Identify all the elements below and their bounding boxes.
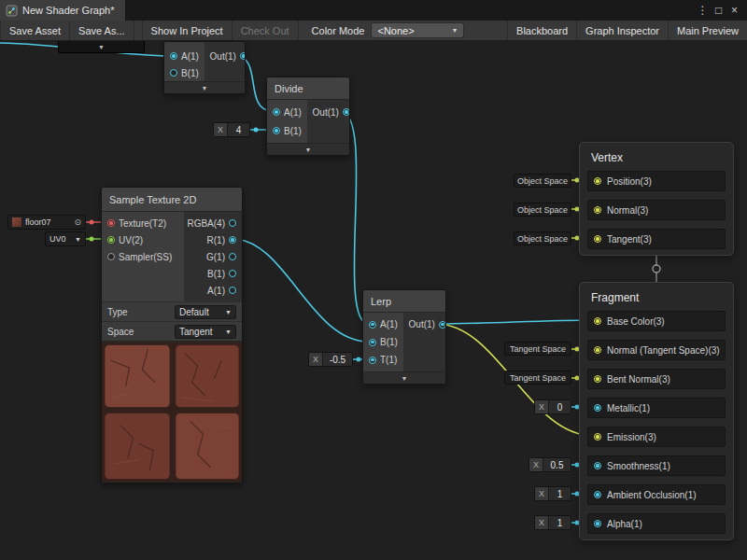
port-tangent-icon[interactable]: [594, 235, 601, 243]
port-a-icon[interactable]: [170, 52, 177, 60]
port-row-uv[interactable]: UV(2): [102, 231, 184, 248]
port-uv-icon[interactable]: [107, 236, 115, 244]
vertex-row-position[interactable]: Position(3): [587, 171, 726, 191]
divide-b-default-input[interactable]: X 4: [213, 122, 250, 137]
maximize-icon[interactable]: □: [711, 0, 726, 21]
x-value[interactable]: 4: [228, 123, 249, 136]
port-out-icon[interactable]: [240, 52, 246, 60]
port-alpha-icon[interactable]: [594, 520, 601, 527]
port-row-out[interactable]: Out(1): [204, 48, 246, 64]
main-preview-toggle-button[interactable]: Main Preview: [668, 21, 747, 40]
alpha-default-input[interactable]: X 1: [534, 515, 571, 530]
save-as-button[interactable]: Save As...: [70, 21, 134, 40]
node-divide[interactable]: Divide A(1) B(1) Out(1) ▼: [266, 77, 350, 156]
ambient-occlusion-default-input[interactable]: X 1: [534, 486, 571, 501]
bent-normal-space-chip[interactable]: Tangent Space: [504, 371, 571, 385]
collapse-toggle[interactable]: ▼: [267, 143, 349, 155]
fragment-row-bent-normal[interactable]: Bent Normal(3): [587, 369, 726, 389]
frag-normal-space-chip[interactable]: Tangent Space: [504, 342, 571, 356]
port-row-out[interactable]: Out(1): [307, 103, 350, 121]
port-a-icon[interactable]: [229, 287, 236, 294]
x-value[interactable]: -0.5: [323, 353, 352, 366]
fragment-row-ambient-occlusion[interactable]: Ambient Occlusion(1): [587, 484, 726, 505]
graph-inspector-toggle-button[interactable]: Graph Inspector: [576, 21, 668, 40]
vertex-row-normal[interactable]: Normal(3): [587, 200, 726, 220]
port-row-a[interactable]: A(1): [164, 48, 204, 64]
node-title[interactable]: Lerp: [363, 290, 445, 313]
node-title[interactable]: Divide: [267, 77, 349, 100]
port-row-sampler[interactable]: Sampler(SS): [102, 248, 184, 265]
space-dropdown[interactable]: Tangent ▼: [175, 325, 236, 339]
fragment-row-base-color[interactable]: Base Color(3): [587, 311, 726, 331]
fragment-row-metallic[interactable]: Metallic(1): [587, 398, 726, 418]
port-row-b[interactable]: B(1): [184, 265, 242, 282]
port-metallic-icon[interactable]: [594, 404, 601, 412]
port-row-a[interactable]: A(1): [184, 282, 242, 299]
collapsed-node-footer[interactable]: ▼: [58, 41, 145, 53]
port-row-g[interactable]: G(1): [184, 248, 242, 265]
port-ao-icon[interactable]: [594, 491, 601, 498]
port-row-a[interactable]: A(1): [363, 315, 403, 333]
port-b-icon[interactable]: [170, 69, 177, 77]
collapse-toggle[interactable]: ▼: [164, 81, 245, 93]
node-partial-top[interactable]: A(1) B(1) Out(1) ▼: [163, 41, 246, 94]
port-out-icon[interactable]: [439, 321, 446, 329]
port-b-icon[interactable]: [273, 127, 280, 134]
port-normal-ts-icon[interactable]: [594, 346, 601, 354]
type-dropdown[interactable]: Default ▼: [175, 305, 236, 319]
metallic-default-input[interactable]: X 0: [534, 399, 571, 414]
blackboard-toggle-button[interactable]: Blackboard: [507, 21, 576, 40]
color-mode-dropdown[interactable]: <None> ▼: [371, 22, 464, 38]
port-row-rgba[interactable]: RGBA(4): [184, 215, 242, 231]
object-picker-icon[interactable]: ⊙: [74, 217, 81, 227]
save-asset-button[interactable]: Save Asset: [0, 21, 70, 40]
port-a-icon[interactable]: [369, 321, 376, 329]
port-a-icon[interactable]: [273, 108, 280, 116]
port-emission-icon[interactable]: [594, 433, 601, 441]
fragment-row-emission[interactable]: Emission(3): [587, 427, 726, 447]
port-smoothness-icon[interactable]: [594, 462, 601, 469]
texture-asset-field[interactable]: floor07 ⊙: [7, 215, 86, 230]
graph-tab[interactable]: New Shader Graph*: [0, 0, 126, 21]
menu-icon[interactable]: ⋮: [695, 0, 711, 21]
port-sampler-icon[interactable]: [107, 253, 115, 260]
lerp-t-default-input[interactable]: X -0.5: [308, 352, 353, 367]
node-title[interactable]: Sample Texture 2D: [102, 188, 242, 212]
show-in-project-button[interactable]: Show In Project: [142, 21, 233, 40]
port-position-icon[interactable]: [594, 177, 601, 185]
x-value[interactable]: 1: [549, 516, 571, 529]
uv-channel-dropdown[interactable]: UV0 ▼: [45, 231, 86, 246]
port-b-icon[interactable]: [229, 270, 236, 277]
node-sample-texture-2d[interactable]: Sample Texture 2D Texture(T2) UV(2) Samp…: [101, 187, 243, 483]
port-bent-normal-icon[interactable]: [594, 375, 601, 383]
port-normal-icon[interactable]: [594, 206, 601, 214]
port-t-icon[interactable]: [369, 357, 376, 364]
fragment-block[interactable]: Fragment Base Color(3) Normal (Tangent S…: [579, 282, 734, 540]
port-texture-icon[interactable]: [107, 219, 115, 227]
x-value[interactable]: 0: [549, 400, 571, 413]
port-row-b[interactable]: B(1): [363, 333, 403, 351]
port-row-t[interactable]: T(1): [363, 351, 403, 369]
port-row-out[interactable]: Out(1): [403, 315, 446, 333]
x-value[interactable]: 1: [549, 487, 571, 500]
fragment-row-normal[interactable]: Normal (Tangent Space)(3): [587, 340, 726, 360]
normal-space-chip[interactable]: Object Space: [514, 203, 571, 217]
port-base-color-icon[interactable]: [594, 317, 601, 325]
vertex-block[interactable]: Vertex Position(3) Normal(3) Tangent(3): [579, 142, 734, 256]
position-space-chip[interactable]: Object Space: [514, 174, 571, 188]
port-row-texture[interactable]: Texture(T2): [102, 215, 184, 231]
port-r-icon[interactable]: [229, 236, 236, 244]
port-g-icon[interactable]: [229, 253, 236, 260]
close-icon[interactable]: ×: [726, 0, 742, 21]
fragment-row-smoothness[interactable]: Smoothness(1): [587, 455, 726, 476]
port-row-a[interactable]: A(1): [267, 103, 307, 121]
fragment-row-alpha[interactable]: Alpha(1): [587, 513, 726, 534]
tangent-space-chip[interactable]: Object Space: [514, 231, 571, 245]
port-row-b[interactable]: B(1): [267, 121, 307, 140]
port-b-icon[interactable]: [369, 339, 376, 346]
smoothness-default-input[interactable]: X 0.5: [529, 457, 571, 472]
port-row-r[interactable]: R(1): [184, 231, 242, 248]
x-value[interactable]: 0.5: [543, 458, 571, 471]
port-row-b[interactable]: B(1): [164, 64, 204, 81]
collapse-toggle[interactable]: ▼: [363, 371, 445, 384]
